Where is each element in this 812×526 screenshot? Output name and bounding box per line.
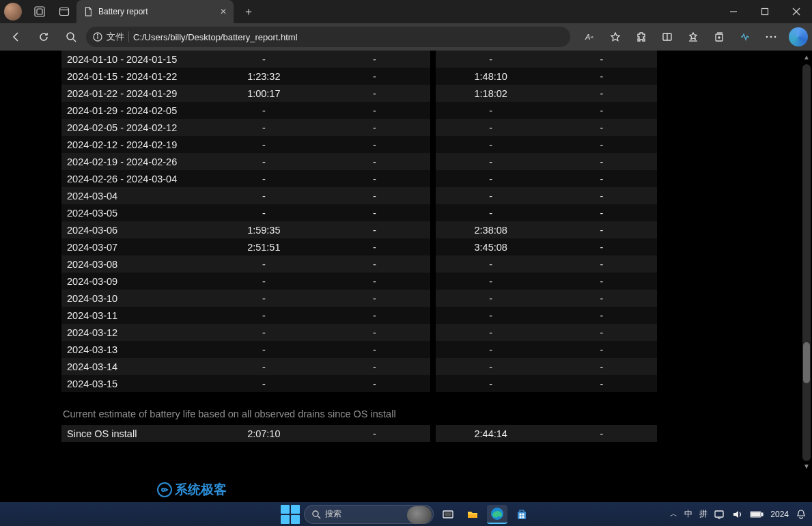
favorites-list-icon[interactable] xyxy=(681,26,705,48)
tray-chevron-icon[interactable]: ︿ xyxy=(670,509,677,519)
scrollbar-thumb[interactable] xyxy=(803,342,810,383)
table-row: 2024-02-19 - 2024-02-26---- xyxy=(61,153,657,170)
value-cell: - xyxy=(546,221,657,238)
volume-icon[interactable] xyxy=(732,510,743,519)
task-view-icon[interactable] xyxy=(438,505,458,524)
profile-avatar[interactable] xyxy=(4,3,22,20)
more-menu-button[interactable] xyxy=(759,26,783,48)
back-button[interactable] xyxy=(4,26,29,48)
minimize-button[interactable] xyxy=(718,0,749,23)
period-cell: 2024-02-12 - 2024-02-19 xyxy=(61,136,208,153)
search-placeholder: 搜索 xyxy=(325,508,341,520)
site-info-icon[interactable] xyxy=(93,32,102,42)
refresh-button[interactable] xyxy=(31,26,56,48)
value-cell: - xyxy=(546,375,657,392)
tab-actions-icon[interactable] xyxy=(52,0,76,23)
table-row: Since OS install 2:07:10 - 2:44:14 - xyxy=(61,425,657,442)
table-row: 2024-03-15---- xyxy=(61,375,657,392)
value-cell: - xyxy=(319,119,430,136)
scroll-up-arrow[interactable]: ▲ xyxy=(802,53,811,61)
period-cell: 2024-02-19 - 2024-02-26 xyxy=(61,153,208,170)
taskbar-search[interactable]: 搜索 xyxy=(304,505,434,524)
scrollbar[interactable] xyxy=(802,64,811,461)
tray-clock-year[interactable]: 2024 xyxy=(770,510,789,519)
value-cell: - xyxy=(319,425,430,442)
ime-language[interactable]: 中 xyxy=(684,508,692,520)
period-cell: 2024-03-12 xyxy=(61,324,208,341)
performance-icon[interactable] xyxy=(733,26,757,48)
value-cell: - xyxy=(319,341,430,358)
value-cell: - xyxy=(208,324,319,341)
new-tab-button[interactable]: ＋ xyxy=(238,1,260,23)
period-cell: 2024-03-05 xyxy=(61,204,208,221)
read-aloud-icon[interactable]: A» xyxy=(577,26,602,48)
value-cell: - xyxy=(436,324,546,341)
start-button[interactable] xyxy=(281,505,300,524)
file-explorer-icon[interactable] xyxy=(462,505,483,524)
toolbar: 文件 C:/Users/billy/Desktop/battery_report… xyxy=(0,23,812,51)
value-cell: - xyxy=(436,375,546,392)
svg-line-25 xyxy=(318,516,320,518)
value-cell: - xyxy=(436,170,546,187)
collections-icon[interactable] xyxy=(707,26,731,48)
value-cell: - xyxy=(546,238,657,255)
svg-line-9 xyxy=(73,39,76,42)
value-cell: 3:45:08 xyxy=(436,238,546,255)
table-row: 2024-03-072:51:51-3:45:08- xyxy=(61,238,657,255)
svg-rect-5 xyxy=(762,9,768,15)
value-cell: 1:48:10 xyxy=(436,68,546,85)
copilot-button[interactable] xyxy=(789,27,808,46)
table-row: 2024-03-09---- xyxy=(61,273,657,290)
workspaces-icon[interactable] xyxy=(27,0,52,23)
table-row: 2024-03-13---- xyxy=(61,341,657,358)
battery-icon[interactable] xyxy=(750,510,764,518)
address-bar[interactable]: 文件 C:/Users/billy/Desktop/battery_report… xyxy=(86,27,570,47)
value-cell: - xyxy=(208,136,319,153)
value-cell: - xyxy=(319,68,430,85)
extensions-icon[interactable] xyxy=(629,26,654,48)
edge-browser-icon[interactable] xyxy=(487,505,507,524)
value-cell: - xyxy=(319,170,430,187)
value-cell: - xyxy=(546,153,657,170)
browser-tab[interactable]: Battery report ✕ xyxy=(76,0,234,23)
tab-close-button[interactable]: ✕ xyxy=(220,7,227,16)
value-cell: - xyxy=(436,187,546,204)
value-cell: 1:23:32 xyxy=(208,68,319,85)
network-icon[interactable] xyxy=(714,510,725,519)
period-cell: 2024-03-11 xyxy=(61,307,208,324)
search-button[interactable] xyxy=(59,26,83,48)
table-row: 2024-03-08---- xyxy=(61,255,657,273)
period-cell: 2024-03-07 xyxy=(61,238,208,255)
value-cell: - xyxy=(319,290,430,307)
close-window-button[interactable] xyxy=(781,0,812,23)
svg-point-21 xyxy=(770,36,772,38)
table-row: 2024-02-12 - 2024-02-19---- xyxy=(61,136,657,153)
titlebar: Battery report ✕ ＋ xyxy=(0,0,812,23)
value-cell: - xyxy=(319,85,430,102)
taskbar: 搜索 ︿ 中 拼 2024 xyxy=(0,502,812,526)
value-cell: - xyxy=(546,68,657,85)
value-cell: - xyxy=(319,187,430,204)
value-cell: - xyxy=(436,204,546,221)
period-cell: 2024-03-10 xyxy=(61,290,208,307)
maximize-button[interactable] xyxy=(749,0,781,23)
value-cell: - xyxy=(546,170,657,187)
scroll-down-arrow[interactable]: ▼ xyxy=(802,462,811,471)
url-text: C:/Users/billy/Desktop/battery_report.ht… xyxy=(133,32,298,42)
store-icon[interactable] xyxy=(512,505,532,524)
value-cell: - xyxy=(208,375,319,392)
svg-point-12 xyxy=(98,35,98,36)
value-cell: - xyxy=(208,290,319,307)
notifications-icon[interactable] xyxy=(796,509,807,520)
value-cell: 1:00:17 xyxy=(208,85,319,102)
ime-mode[interactable]: 拼 xyxy=(699,508,708,520)
value-cell: - xyxy=(546,102,657,119)
page-viewport: 2024-01-10 - 2024-01-15----2024-01-15 - … xyxy=(0,51,812,502)
value-cell: - xyxy=(436,358,546,375)
split-screen-icon[interactable] xyxy=(655,26,680,48)
favorite-star-icon[interactable] xyxy=(603,26,628,48)
summary-table: Since OS install 2:07:10 - 2:44:14 - xyxy=(61,425,657,442)
system-tray: ︿ 中 拼 2024 xyxy=(670,508,807,520)
value-cell: - xyxy=(208,51,319,68)
value-cell: - xyxy=(546,273,657,290)
